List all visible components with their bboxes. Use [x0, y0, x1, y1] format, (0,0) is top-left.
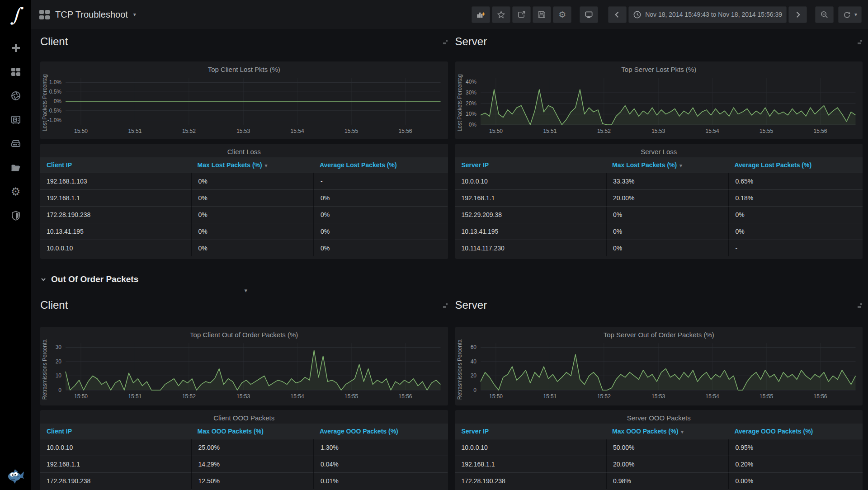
client-loss-table: Client IPMax Lost Packets (%)▾Average Lo… [40, 157, 448, 256]
table-row: 192.168.1.114.29%0.04% [40, 456, 448, 472]
settings-button[interactable]: ⚙ [553, 6, 571, 23]
table-cell: 192.168.1.103 [40, 173, 191, 189]
time-range-picker[interactable]: Nov 18, 2014 15:49:43 to Nov 18, 2014 15… [628, 6, 787, 23]
table-cell: 10.0.0.10 [40, 240, 191, 256]
row-corner-icon[interactable] [857, 39, 863, 45]
grid-icon[interactable] [10, 66, 22, 78]
column-header[interactable]: Average Lost Packets (%) [313, 157, 448, 173]
save-button[interactable] [533, 6, 551, 23]
folder-open-icon[interactable] [10, 162, 22, 174]
svg-text:30: 30 [56, 344, 62, 350]
column-header[interactable]: Max OOO Packets (%)▾ [606, 424, 728, 439]
row-out-of-order: Out Of Order Packets [40, 272, 863, 287]
table-cell: 0% [191, 206, 313, 223]
table-cell: 0% [313, 189, 448, 206]
dashboard-title[interactable]: TCP Troubleshoot [55, 9, 128, 20]
add-panel-button[interactable] [472, 6, 490, 23]
section-label-ooo[interactable]: Out Of Order Packets [51, 274, 138, 284]
svg-text:15:56: 15:56 [399, 128, 412, 134]
row-collapse-caret[interactable]: ▾ [244, 287, 247, 294]
table-cell: 20.00% [606, 456, 728, 472]
panel-server-ooo-table: Server OOO Packets Server IPMax OOO Pack… [455, 410, 863, 490]
table-cell: 0.00% [728, 472, 862, 489]
table-row: 172.28.190.23812.50%0.01% [40, 472, 448, 489]
column-header[interactable]: Client IP [40, 424, 191, 439]
svg-text:-1.0%: -1.0% [47, 117, 62, 123]
table-header-row: Client IPMax Lost Packets (%)▾Average Lo… [40, 157, 448, 173]
aperture-icon[interactable] [10, 90, 22, 102]
svg-text:20%: 20% [465, 100, 476, 107]
svg-text:15:53: 15:53 [236, 128, 250, 134]
table-row: 10.114.117.2300%- [455, 240, 863, 256]
time-series-chart[interactable]: 15:5015:5115:5215:5315:5415:5515:5630201… [40, 339, 448, 402]
row-corner-icon[interactable] [857, 302, 863, 308]
row-title-server-ooo[interactable]: Server [455, 299, 487, 311]
time-back-button[interactable] [608, 6, 627, 23]
gear-icon[interactable]: ⚙ [10, 186, 22, 198]
tv-mode-button[interactable] [580, 6, 598, 23]
refresh-interval-caret[interactable]: ▾ [854, 11, 857, 18]
app-logo[interactable]: ∫ [11, 0, 21, 30]
shield-icon[interactable] [10, 210, 22, 221]
table-cell: 192.168.1.1 [40, 189, 191, 206]
svg-text:10: 10 [56, 372, 62, 379]
table-panel-title[interactable]: Client Loss [40, 144, 448, 156]
svg-text:60: 60 [470, 344, 476, 350]
table-cell: 0% [191, 189, 313, 206]
plus-icon[interactable] [10, 42, 22, 54]
chevron-down-icon[interactable] [40, 276, 47, 283]
column-header[interactable]: Max OOO Packets (%) [191, 424, 313, 439]
table-header-row: Client IPMax OOO Packets (%)Average OOO … [40, 424, 448, 439]
dashboard-grid-icon[interactable] [39, 10, 50, 19]
row-title-server-loss[interactable]: Server [455, 35, 487, 48]
table-panel-title[interactable]: Server OOO Packets [455, 410, 863, 423]
column-header[interactable]: Average Lost Packets (%) [728, 157, 862, 173]
share-button[interactable] [512, 6, 531, 23]
svg-text:1.0%: 1.0% [49, 79, 62, 85]
time-series-chart[interactable]: 15:5015:5115:5215:5315:5415:5515:5660402… [455, 339, 863, 402]
svg-text:Lost Packets Percentage: Lost Packets Percentage [42, 74, 48, 132]
time-series-chart[interactable]: 15:5015:5115:5215:5315:5415:5515:5640%30… [455, 74, 863, 137]
time-forward-button[interactable] [788, 6, 807, 23]
table-cell: 0% [191, 240, 313, 256]
safe-icon[interactable] [10, 114, 22, 126]
time-series-chart[interactable]: 15:5015:5115:5215:5315:5415:5515:561.0%0… [40, 74, 448, 137]
panel-top-server-lost-pkts: Top Server Lost Pkts (%) 15:5015:5115:52… [455, 61, 863, 139]
chart-panel-title[interactable]: Top Client Out of Order Packets (%) [40, 327, 448, 339]
column-header[interactable]: Average OOO Packets (%) [728, 424, 862, 439]
column-header[interactable]: Server IP [455, 157, 606, 173]
sort-caret: ▾ [681, 429, 684, 434]
row-corner-icon[interactable] [442, 39, 448, 45]
panel-server-loss-table: Server Loss Server IPMax Lost Packets (%… [455, 144, 863, 259]
svg-text:Retrasmissions Percentage: Retrasmissions Percentage [42, 339, 48, 400]
row-title-client-ooo[interactable]: Client [40, 299, 68, 311]
panel-client-ooo-table: Client OOO Packets Client IPMax OOO Pack… [40, 410, 448, 490]
title-dropdown-caret[interactable]: ▾ [133, 11, 136, 18]
hard-drive-icon[interactable] [10, 138, 22, 150]
svg-text:15:50: 15:50 [74, 128, 88, 134]
zoom-out-button[interactable] [815, 6, 834, 23]
column-header[interactable]: Average OOO Packets (%) [313, 424, 448, 439]
column-header[interactable]: Server IP [455, 424, 606, 439]
chart-panel-title[interactable]: Top Client Lost Pkts (%) [40, 61, 448, 74]
row-title-client-loss[interactable]: Client [40, 35, 68, 48]
svg-text:15:52: 15:52 [597, 128, 610, 134]
refresh-button[interactable]: ▾ [838, 6, 862, 23]
row-corner-icon[interactable] [442, 302, 448, 308]
column-header[interactable]: Max Lost Packets (%)▾ [606, 157, 728, 173]
svg-text:15:50: 15:50 [489, 393, 502, 400]
table-row: 10.13.41.1950%0% [40, 223, 448, 240]
table-panel-title[interactable]: Server Loss [455, 144, 863, 156]
star-button[interactable] [492, 6, 510, 23]
column-header[interactable]: Max Lost Packets (%)▾ [191, 157, 313, 173]
fish-avatar[interactable] [6, 466, 26, 485]
table-cell: 0.95% [728, 439, 862, 456]
chart-panel-title[interactable]: Top Server Lost Pkts (%) [455, 61, 863, 74]
table-panel-title[interactable]: Client OOO Packets [40, 410, 448, 423]
chart-panel-title[interactable]: Top Server Out of Order Packets (%) [455, 327, 863, 339]
table-cell: 10.0.0.10 [455, 439, 606, 456]
table-cell: 172.28.190.238 [40, 206, 191, 223]
table-row: 10.0.0.1050.00%0.95% [455, 439, 863, 456]
column-header[interactable]: Client IP [40, 157, 191, 173]
table-header-row: Server IPMax Lost Packets (%)▾Average Lo… [455, 157, 863, 173]
